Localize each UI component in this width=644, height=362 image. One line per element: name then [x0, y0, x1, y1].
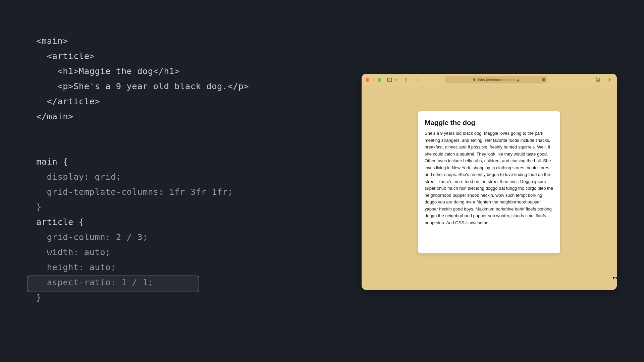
svg-rect-0: [387, 78, 391, 81]
code-line: </article>: [36, 94, 315, 109]
code-line: grid-template-columns: 1fr 3fr 1fr;: [36, 184, 315, 199]
article-body: She's a 9 years old black dog. Maggie lo…: [425, 130, 553, 226]
lock-icon: [517, 78, 520, 81]
forward-button[interactable]: [413, 76, 420, 83]
code-line: <p>She's a 9 year old black dog.</p>: [36, 79, 315, 94]
address-bar[interactable]: labs.jensimmons.com: [445, 76, 547, 83]
code-pane: <main> <article> <h1>Maggie the dog</h1>…: [36, 34, 315, 305]
code-line: height: auto;: [36, 260, 315, 275]
code-line: display: grid;: [36, 169, 315, 184]
code-line: }: [36, 199, 315, 215]
privacy-shield-icon: [473, 78, 476, 81]
reader-mode-icon[interactable]: [542, 78, 545, 81]
code-line: <h1>Maggie the dog</h1>: [36, 64, 315, 79]
code-line: <article>: [36, 49, 315, 64]
code-line: main {: [36, 154, 315, 169]
back-button[interactable]: [403, 76, 410, 83]
article-title: Maggie the dog: [425, 119, 553, 127]
traffic-lights: [366, 78, 381, 82]
code-line: grid-column: 2 / 3;: [36, 230, 315, 245]
code-line: width: auto;: [36, 245, 315, 260]
downloads-icon[interactable]: [595, 76, 601, 83]
code-line: <main>: [36, 34, 315, 49]
new-tab-button[interactable]: [606, 76, 613, 83]
article-card: Maggie the dog She's a 9 years old black…: [418, 111, 560, 253]
code-line: </main>: [36, 109, 315, 124]
address-bar-url: labs.jensimmons.com: [478, 78, 515, 82]
minimize-window-button[interactable]: [372, 78, 375, 82]
code-line-highlighted: aspect-ratio: 1 / 1;: [36, 275, 315, 290]
code-line: }: [36, 290, 315, 305]
browser-window: labs.jensimmons.com Maggie the dog She's…: [362, 74, 617, 290]
code-line: [36, 124, 315, 139]
code-line: [36, 139, 315, 154]
chevron-down-icon[interactable]: [393, 76, 397, 83]
code-line: article {: [36, 215, 315, 230]
svg-rect-2: [517, 80, 519, 81]
browser-viewport: Maggie the dog She's a 9 years old black…: [362, 86, 617, 290]
close-window-button[interactable]: [366, 78, 369, 82]
sidebar-toggle-icon[interactable]: [386, 76, 393, 83]
maximize-window-button[interactable]: [378, 78, 381, 82]
browser-toolbar: labs.jensimmons.com: [362, 74, 617, 86]
